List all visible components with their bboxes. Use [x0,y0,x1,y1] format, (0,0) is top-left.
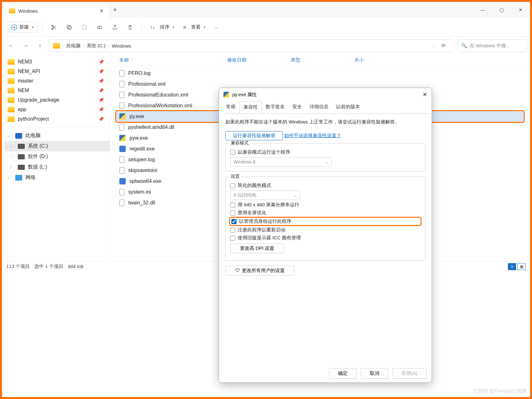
file-name: PFRO.log [128,70,150,76]
details-view-button[interactable]: ≡ [508,263,516,270]
breadcrumb-pc[interactable]: 此电脑 [66,43,81,49]
chevron-right-icon: › [10,155,15,159]
delete-button[interactable] [124,22,136,32]
col-size[interactable]: 大小 [354,57,418,63]
new-button[interactable]: 新建▾ [8,22,37,33]
new-tab-button[interactable]: + [109,2,121,18]
manual-settings-link[interactable]: 如何手动选择兼容性设置？ [284,133,341,139]
share-button[interactable] [109,22,121,32]
all-users-button[interactable]: 更改所有用户的设置 [225,266,295,276]
file-icon [119,70,124,76]
svg-rect-5 [83,25,86,29]
tab-signatures[interactable]: 数字签名 [262,101,289,113]
chevron-down-icon: ▾ [32,25,34,29]
pin-icon: 📌 [98,88,104,93]
search-input[interactable]: 🔍 在 Windows 中搜... [457,39,527,52]
apply-button[interactable]: 应用(A) [392,368,427,379]
sort-indicator-icon: ˄ [131,58,133,62]
chevron-down-icon: ⌵ [8,134,12,138]
drive-icon [18,154,25,159]
sidebar-drive-item[interactable]: ›系统 (C:) [4,141,110,151]
view-button[interactable]: ≡ 查看▾ [180,22,209,32]
sidebar-quick-item[interactable]: app📌 [2,105,110,114]
sort-button[interactable]: ↑↓ 排序▾ [147,22,177,32]
res-640-checkbox[interactable]: 用 640 x 480 屏幕分辨率运行 [230,202,421,208]
tab-general[interactable]: 常规 [222,101,239,113]
folder-icon [9,8,15,13]
sidebar-quick-item[interactable]: NEM📌 [2,86,110,95]
file-row[interactable]: PFRO.log [116,68,524,79]
col-modified[interactable]: 修改日期 [227,57,291,63]
sidebar-network[interactable]: ›网络 [2,172,110,183]
file-icon [119,200,124,206]
more-button[interactable]: ··· [211,23,222,32]
cancel-button[interactable]: 取消 [361,368,389,379]
cut-button[interactable] [48,22,60,32]
maximize-button[interactable]: ▢ [492,2,511,18]
tab-compatibility[interactable]: 兼容性 [239,101,262,114]
register-restart-checkbox[interactable]: 注册此程序以重新启动 [230,227,421,233]
folder-icon [8,69,15,74]
dpi-settings-button[interactable]: 更改高 DPI 设置 [230,243,284,253]
refresh-button[interactable]: ⟳ [437,43,450,49]
sidebar-quick-item[interactable]: NEM_API📌 [2,67,110,76]
back-button[interactable]: ← [5,40,17,51]
compat-mode-checkbox[interactable]: 以兼容模式运行这个程序: [230,149,421,155]
rename-button[interactable] [93,22,106,32]
file-name: setuperr.log [128,157,155,163]
chevron-right-icon: › [8,176,12,180]
sidebar-quick-item[interactable]: NEM3📌 [2,57,110,67]
window-tab[interactable]: Windows ✕ [4,4,109,18]
compat-os-combo[interactable]: Windows 8⌵ [230,157,332,167]
file-icon [119,189,124,195]
color-depth-combo[interactable]: 8 位(256)色⌵ [230,190,300,200]
chevron-right-icon: › [10,144,15,148]
up-button[interactable]: ↑ [34,40,46,51]
ok-button[interactable]: 确定 [329,368,357,379]
forward-button[interactable]: → [20,40,31,51]
chevron-down-icon[interactable]: ⌵ [433,44,435,48]
tab-previous[interactable]: 以前的版本 [332,101,364,113]
address-bar[interactable]: › 此电脑 › 系统 (C:) › Windows ⌵ ⟳ [49,39,454,52]
col-name[interactable]: 名称 ˄ [119,57,227,63]
sidebar-quick-item[interactable]: Upgrade_package📌 [2,95,110,105]
file-icon [119,92,124,98]
breadcrumb-drive[interactable]: 系统 (C:) [87,43,105,49]
minimize-button[interactable]: — [473,2,492,18]
reduced-color-checkbox[interactable]: 简化的颜色模式 [230,183,421,189]
file-name: splwow64.exe [130,178,162,184]
sidebar-quick-item[interactable]: pythonProject📌 [2,114,110,124]
troubleshoot-button[interactable]: 运行兼容性疑难解答 [225,131,283,140]
file-name: pyw.exe [130,135,148,141]
file-name: system.ini [128,189,151,195]
folder-icon [53,43,60,49]
pin-icon: 📌 [98,107,104,112]
chevron-down-icon: ▾ [204,25,205,29]
tab-security[interactable]: 安全 [289,101,306,113]
sidebar-quick-item[interactable]: master📌 [2,76,110,86]
pin-icon: 📌 [98,69,104,74]
disable-fullscreen-checkbox[interactable]: 禁用全屏优化 [230,210,421,216]
paste-button[interactable] [78,22,91,32]
sidebar-drive-item[interactable]: ›数据 (L:) [4,162,110,172]
copy-button[interactable] [63,22,76,32]
breadcrumb-folder[interactable]: Windows [112,43,131,49]
close-window-button[interactable]: ✕ [511,2,530,18]
file-name: pyshellext.amd64.dll [128,124,174,130]
icons-view-button[interactable]: ▦ [517,263,526,270]
close-dialog-button[interactable]: ✕ [422,91,427,98]
col-type[interactable]: 类型 [291,57,354,63]
file-icon [119,113,126,120]
nav-row: ← → ↑ › 此电脑 › 系统 (C:) › Windows ⌵ ⟳ 🔍 在 … [2,37,530,55]
file-icon [119,135,126,141]
legacy-icc-checkbox[interactable]: 使用旧版显示器 ICC 颜色管理 [230,235,421,241]
file-name: regedit.exe [130,146,155,152]
properties-dialog: py.exe 属性 ✕ 常规 兼容性 数字签名 安全 详细信息 以前的版本 如果… [219,88,432,383]
sidebar-drive-item[interactable]: ›软件 (D:) [4,151,110,162]
sidebar-this-pc[interactable]: ⌵此电脑 [2,130,110,141]
compat-mode-group: 兼容模式 以兼容模式运行这个程序: Windows 8⌵ [225,143,425,171]
dialog-titlebar[interactable]: py.exe 属性 ✕ [219,88,432,101]
close-tab-icon[interactable]: ✕ [99,8,103,14]
tab-details[interactable]: 详细信息 [306,101,332,113]
run-as-admin-checkbox[interactable]: 以管理员身份运行此程序 [230,218,421,225]
